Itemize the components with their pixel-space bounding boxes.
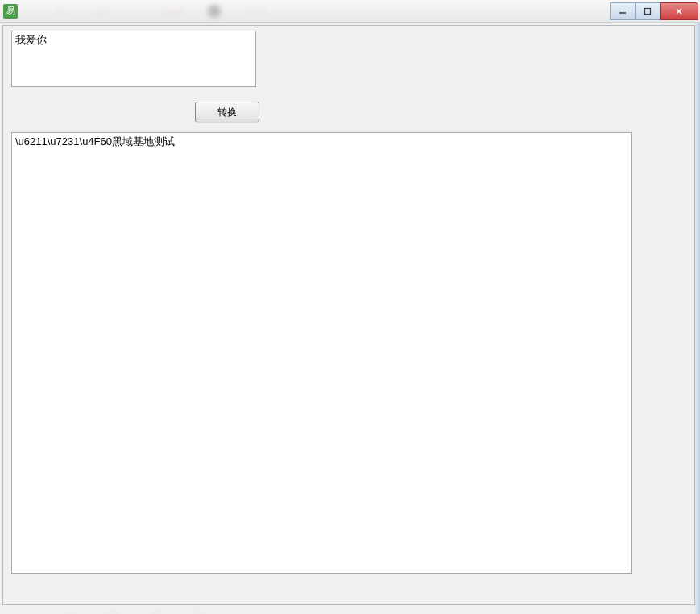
svg-rect-1 [645,8,651,14]
minimize-icon [619,7,627,15]
input-textarea[interactable] [11,31,256,87]
client-area: 转换 ················ [2,25,695,605]
output-textarea[interactable] [11,132,632,574]
close-button[interactable] [660,2,698,20]
convert-button[interactable]: 转换 [195,102,259,122]
maximize-icon [644,7,652,15]
bottom-blur-area: ················ [3,608,694,614]
window-controls [611,2,698,20]
titlebar: 易 ···· · ······ ·· ········· ····· ··· [0,0,700,23]
close-icon [674,7,684,15]
titlebar-blur-area: ···· · ······ ·· ········· ····· ··· [23,5,611,18]
maximize-button[interactable] [635,2,661,20]
window-right-edge [695,23,700,614]
app-icon: 易 [3,4,18,19]
minimize-button[interactable] [610,2,636,20]
titlebar-left: 易 [0,4,23,19]
app-body: 转换 ················ [0,23,700,614]
